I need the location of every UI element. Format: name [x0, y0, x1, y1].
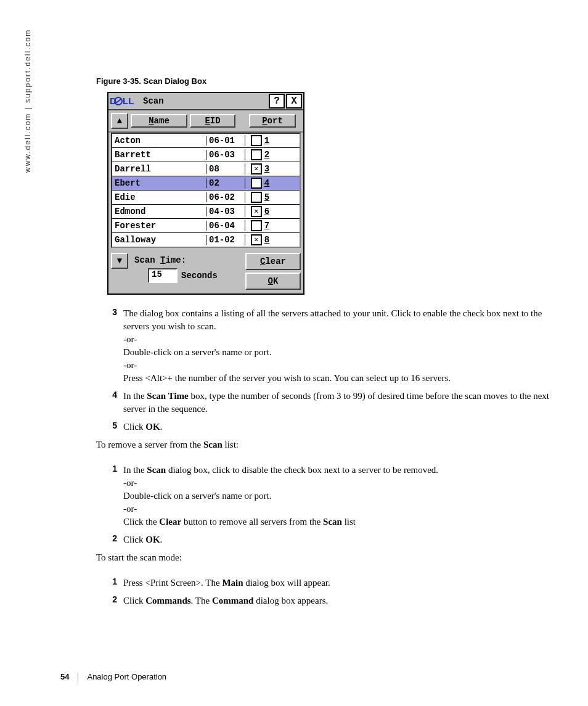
server-index: 5	[264, 192, 269, 202]
start-intro: To start the scan mode:	[96, 551, 558, 564]
step-number: 1	[96, 577, 123, 589]
server-index: 1	[264, 136, 269, 146]
step-body: The dialog box contains a listing of all…	[123, 307, 558, 385]
server-list: Acton06-011Barrett06-032Darrell08✕3Ebert…	[111, 133, 301, 248]
column-name-button[interactable]: Name	[131, 114, 187, 128]
instruction-step: 2Click Commands. The Command dialog box …	[96, 594, 558, 607]
titlebar: D LL Scan ? X	[108, 93, 303, 110]
close-button[interactable]: X	[286, 94, 302, 109]
scan-checkbox[interactable]	[251, 192, 262, 203]
instruction-step: 1Press <Print Screen>. The Main dialog b…	[96, 577, 558, 589]
step-number: 1	[96, 464, 123, 528]
step-body: Click Commands. The Command dialog box a…	[123, 594, 558, 607]
server-name: Acton	[112, 136, 206, 146]
server-row[interactable]: Acton06-011	[112, 134, 300, 148]
column-port-button[interactable]: Port	[249, 114, 296, 128]
server-row[interactable]: Galloway01-02✕8	[112, 233, 300, 247]
server-index: 6	[264, 207, 269, 216]
scan-time-label: Scan Time:	[134, 255, 186, 265]
sort-down-icon: ▼	[117, 256, 122, 266]
server-row[interactable]: Darrell08✕3	[112, 162, 300, 176]
help-button[interactable]: ?	[269, 94, 285, 109]
sort-up-button[interactable]: ▲	[111, 113, 128, 129]
svg-line-2	[116, 99, 121, 103]
step-number: 4	[96, 390, 123, 416]
server-row[interactable]: Edie06-025	[112, 191, 300, 205]
scan-checkbox[interactable]	[251, 220, 262, 231]
step-number: 5	[96, 421, 123, 433]
step-number: 2	[96, 594, 123, 607]
server-name: Edmond	[112, 207, 206, 216]
column-header-bar: ▲ Name EID Port	[108, 110, 303, 133]
server-port: 06-04	[206, 221, 245, 231]
section-title: Analog Port Operation	[87, 672, 166, 681]
server-row[interactable]: Ebert024	[112, 176, 300, 191]
figure-caption: Figure 3-35. Scan Dialog Box	[96, 76, 558, 86]
svg-text:D: D	[110, 96, 116, 106]
step-number: 2	[96, 533, 123, 546]
instruction-step: 5Click OK.	[96, 421, 558, 433]
server-index: 2	[264, 150, 269, 160]
scan-checkbox[interactable]	[251, 178, 262, 189]
scan-checkbox[interactable]: ✕	[251, 163, 262, 174]
scan-checkbox[interactable]: ✕	[251, 206, 262, 217]
scan-dialog: D LL Scan ? X ▲ Name EID Port	[107, 92, 304, 295]
scan-checkbox[interactable]	[251, 135, 262, 146]
server-port: 06-02	[206, 192, 245, 202]
step-body: Click OK.	[123, 533, 558, 546]
server-port: 06-01	[206, 136, 245, 146]
page-footer: 54 Analog Port Operation	[60, 672, 166, 681]
server-name: Barrett	[112, 150, 206, 160]
step-body: Click OK.	[123, 421, 558, 433]
step-body: Press <Print Screen>. The Main dialog bo…	[123, 577, 558, 589]
instruction-step: 2Click OK.	[96, 533, 558, 546]
server-index: 4	[264, 178, 269, 188]
server-port: 01-02	[206, 235, 245, 245]
scan-checkbox[interactable]	[251, 149, 262, 160]
server-name: Darrell	[112, 164, 206, 174]
instruction-step: 1In the Scan dialog box, click to disabl…	[96, 464, 558, 528]
clear-button[interactable]: Clear	[245, 253, 301, 270]
server-name: Ebert	[112, 178, 206, 188]
instruction-step: 3The dialog box contains a listing of al…	[96, 307, 558, 385]
dialog-title: Scan	[138, 96, 269, 106]
server-row[interactable]: Edmond04-03✕6	[112, 205, 300, 219]
server-port: 08	[206, 164, 245, 174]
server-name: Forester	[112, 221, 206, 231]
server-name: Galloway	[112, 235, 206, 245]
scan-time-unit: Seconds	[181, 271, 218, 281]
server-index: 3	[264, 164, 269, 174]
server-port: 04-03	[206, 207, 245, 216]
footer-divider	[78, 673, 78, 681]
server-port: 06-03	[206, 150, 245, 160]
step-body: In the Scan dialog box, click to disable…	[123, 464, 558, 528]
side-url: www.dell.com | support.dell.com	[23, 29, 32, 173]
sort-up-icon: ▲	[117, 116, 122, 126]
server-index: 8	[264, 235, 269, 245]
server-port: 02	[206, 178, 245, 188]
step-number: 3	[96, 307, 123, 385]
page-number: 54	[60, 672, 69, 681]
server-index: 7	[264, 221, 269, 231]
dialog-bottom: ▼ Scan Time: 15 Seconds Clear OK	[108, 250, 303, 293]
sort-down-button[interactable]: ▼	[111, 253, 128, 269]
server-row[interactable]: Barrett06-032	[112, 148, 300, 162]
remove-intro: To remove a server from the Scan list:	[96, 438, 558, 451]
scan-checkbox[interactable]: ✕	[251, 234, 262, 245]
scan-time-input[interactable]: 15	[148, 268, 178, 283]
ok-button[interactable]: OK	[245, 273, 301, 290]
instruction-step: 4In the Scan Time box, type the number o…	[96, 390, 558, 416]
server-row[interactable]: Forester06-047	[112, 219, 300, 233]
dell-logo: D LL	[108, 96, 138, 106]
server-name: Edie	[112, 192, 206, 202]
column-eid-button[interactable]: EID	[190, 114, 235, 128]
svg-text:LL: LL	[123, 96, 134, 106]
step-body: In the Scan Time box, type the number of…	[123, 390, 558, 416]
